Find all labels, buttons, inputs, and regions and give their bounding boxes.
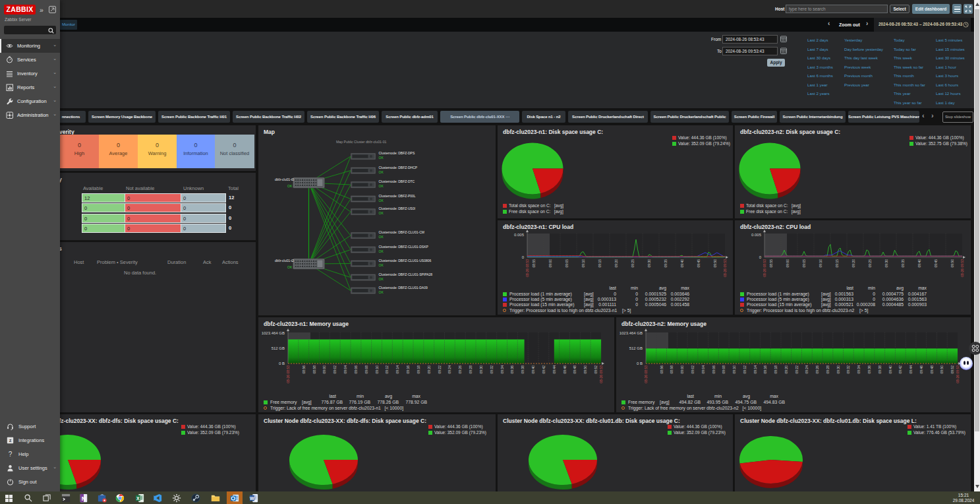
svg-text:OK: OK (287, 184, 293, 188)
svg-text:OK: OK (379, 249, 384, 253)
svg-text:Clusternode: DBFZ-CLU01-SPIPA2: Clusternode: DBFZ-CLU01-SPIPA28 (379, 272, 433, 276)
svg-text:z: z (9, 437, 12, 443)
svg-text:OK: OK (379, 290, 384, 294)
svg-text:Clusternode: DBFZ-CLU01-US0806: Clusternode: DBFZ-CLU01-US0806 (379, 259, 432, 263)
svg-text:OK: OK (379, 156, 384, 160)
svg-text:N: N (82, 495, 86, 501)
svg-text:OK: OK (379, 199, 384, 203)
svg-text:Clusternode: DBFZ-US0I: Clusternode: DBFZ-US0I (379, 206, 416, 210)
svg-text:Clusternode: DBFZ-DPS: Clusternode: DBFZ-DPS (379, 151, 415, 155)
svg-text:dbfz-clu01-t0: dbfz-clu01-t0 (275, 177, 294, 181)
svg-text:Clusternode: DBFZ-CLU01-CM: Clusternode: DBFZ-CLU01-CM (379, 230, 424, 234)
svg-text:Map Public Cluster dbfz-clu01-: Map Public Cluster dbfz-clu01-01 (336, 140, 387, 144)
svg-text:OK: OK (287, 265, 293, 269)
svg-text:OK: OK (379, 184, 384, 188)
svg-text:Clusternode: DBFZ-P00L: Clusternode: DBFZ-P00L (379, 194, 416, 198)
svg-text:X: X (136, 495, 140, 500)
svg-text:OK: OK (379, 235, 384, 239)
svg-text:OK: OK (379, 263, 384, 267)
svg-text:?: ? (9, 451, 13, 458)
svg-text:OK: OK (379, 277, 384, 281)
svg-text:W: W (250, 495, 254, 500)
svg-text:OK: OK (379, 211, 384, 215)
svg-text:Clusternode: DBFZ-CLU01-DA09: Clusternode: DBFZ-CLU01-DA09 (379, 286, 428, 290)
svg-text:Clusternode: DBFZ-DTC: Clusternode: DBFZ-DTC (379, 179, 415, 183)
svg-text:Clusternode: DBFZ-DHCP: Clusternode: DBFZ-DHCP (379, 166, 418, 170)
svg-text:OK: OK (379, 170, 384, 174)
svg-text:dbfz-clu01-t2: dbfz-clu01-t2 (275, 259, 294, 263)
svg-text:Clusternode: DBFZ-CLU01-DSKP: Clusternode: DBFZ-CLU01-DSKP (379, 245, 429, 249)
